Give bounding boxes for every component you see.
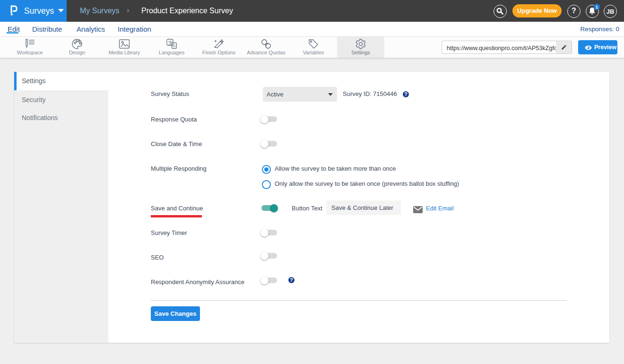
svg-text:A: A [173, 43, 176, 48]
svg-text:文: 文 [168, 40, 173, 45]
